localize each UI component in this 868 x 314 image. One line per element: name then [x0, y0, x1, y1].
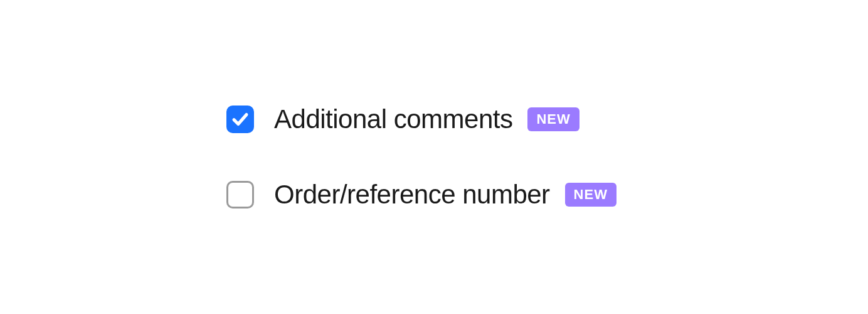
option-label: Order/reference number [274, 180, 550, 210]
new-badge: NEW [527, 107, 579, 131]
option-additional-comments: Additional comments NEW [226, 104, 617, 134]
checkbox-additional-comments[interactable] [226, 106, 254, 133]
option-label: Additional comments [274, 104, 512, 134]
options-list: Additional comments NEW Order/reference … [226, 104, 617, 210]
option-order-reference-number: Order/reference number NEW [226, 180, 617, 210]
checkbox-order-reference-number[interactable] [226, 181, 254, 208]
checkmark-icon [231, 110, 250, 129]
new-badge: NEW [565, 183, 617, 207]
